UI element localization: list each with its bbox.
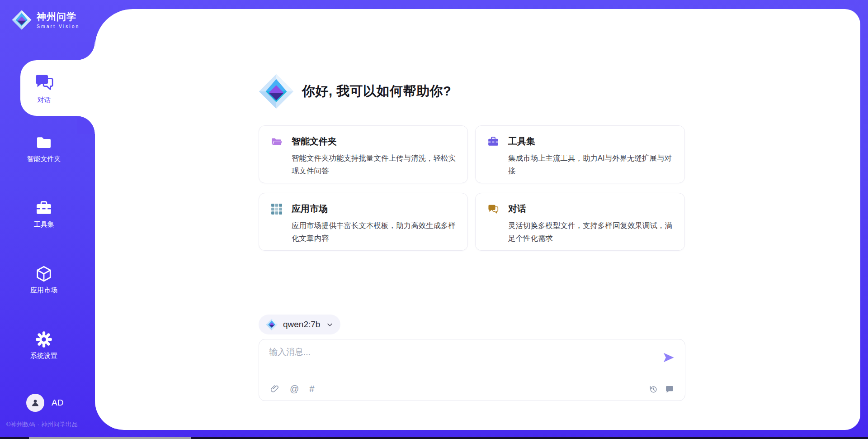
paperclip-icon[interactable] xyxy=(270,384,279,394)
card-title: 智能文件夹 xyxy=(292,135,337,148)
toolbox-icon xyxy=(487,136,499,148)
chevron-down-icon xyxy=(326,321,333,328)
grid-icon xyxy=(271,203,283,215)
feature-cards: 智能文件夹 智能文件夹功能支持批量文件上传与清洗，轻松实现文件问答 工具集 集成… xyxy=(259,125,685,251)
model-name: qwen2:7b xyxy=(283,320,320,329)
sidebar-item-toolset[interactable]: 工具集 xyxy=(0,200,88,229)
folder-open-icon xyxy=(271,136,283,148)
send-icon[interactable] xyxy=(662,351,675,364)
person-icon xyxy=(30,398,40,408)
greeting-text: 你好, 我可以如何帮助你? xyxy=(302,82,451,100)
cube-icon xyxy=(35,265,52,282)
copyright-footer: ©神州数码 · 神州问学出品 xyxy=(6,420,78,429)
assistant-gem-icon xyxy=(259,74,294,109)
brand-subtitle: Smart Vision xyxy=(37,24,80,29)
card-app-market[interactable]: 应用市场 应用市场提供丰富长文本模板，助力高效生成多样化文章内容 xyxy=(259,193,468,251)
brand-gem-icon xyxy=(12,10,32,30)
toolbox-icon xyxy=(35,200,52,217)
model-selector[interactable]: qwen2:7b xyxy=(259,315,340,334)
composer-tools: @ # xyxy=(270,384,314,394)
sidebar-item-chat[interactable]: 对话 xyxy=(20,60,95,116)
card-description: 集成市场上主流工具，助力AI与外界无缝扩展与对接 xyxy=(508,152,674,177)
card-title: 应用市场 xyxy=(292,203,328,215)
horizontal-scrollbar[interactable] xyxy=(0,437,868,439)
sidebar-item-app-market[interactable]: 应用市场 xyxy=(0,265,88,295)
user-account[interactable]: AD xyxy=(26,394,63,412)
sidebar-item-label: 对话 xyxy=(38,96,51,105)
mention-icon[interactable]: @ xyxy=(290,384,299,394)
card-description: 智能文件夹功能支持批量文件上传与清洗，轻松实现文件问答 xyxy=(292,152,457,177)
sidebar-item-label: 工具集 xyxy=(34,220,54,229)
active-tab-curve-top xyxy=(77,42,95,60)
sidebar-item-smart-folder[interactable]: 智能文件夹 xyxy=(0,134,88,163)
composer-divider xyxy=(265,375,679,375)
avatar xyxy=(26,394,44,412)
greeting-row: 你好, 我可以如何帮助你? xyxy=(259,74,451,109)
sidebar-item-settings[interactable]: 系统设置 xyxy=(0,331,88,360)
card-chat[interactable]: 对话 灵活切换多模型文件，支持多样回复效果调试，满足个性化需求 xyxy=(475,193,685,251)
hashtag-icon[interactable]: # xyxy=(309,384,314,394)
chat-bubble-icon[interactable] xyxy=(665,385,674,394)
gear-icon xyxy=(35,331,52,348)
sidebar-item-label: 应用市场 xyxy=(30,286,57,295)
user-name: AD xyxy=(52,398,63,408)
history-icon[interactable] xyxy=(649,385,658,394)
card-toolset[interactable]: 工具集 集成市场上主流工具，助力AI与外界无缝扩展与对接 xyxy=(475,125,685,183)
active-tab-curve-bottom xyxy=(77,116,95,134)
card-title: 对话 xyxy=(508,203,526,215)
sidebar-item-label: 系统设置 xyxy=(30,352,57,360)
brand-title: 神州问学 xyxy=(37,11,80,23)
message-composer: @ # xyxy=(259,339,685,401)
model-gem-icon xyxy=(266,319,278,330)
chat-icon xyxy=(487,203,499,215)
message-input[interactable] xyxy=(269,346,640,370)
folder-icon xyxy=(35,134,52,151)
sidebar-item-label: 智能文件夹 xyxy=(27,155,61,163)
card-title: 工具集 xyxy=(508,135,535,148)
app-logo: 神州问学 Smart Vision xyxy=(12,10,80,30)
card-description: 灵活切换多模型文件，支持多样回复效果调试，满足个性化需求 xyxy=(508,219,674,244)
card-smart-folder[interactable]: 智能文件夹 智能文件夹功能支持批量文件上传与清洗，轻松实现文件问答 xyxy=(259,125,468,183)
chat-icon xyxy=(34,72,55,93)
card-description: 应用市场提供丰富长文本模板，助力高效生成多样化文章内容 xyxy=(292,219,457,244)
scrollbar-thumb[interactable] xyxy=(29,437,191,439)
composer-right-tools xyxy=(649,385,674,394)
